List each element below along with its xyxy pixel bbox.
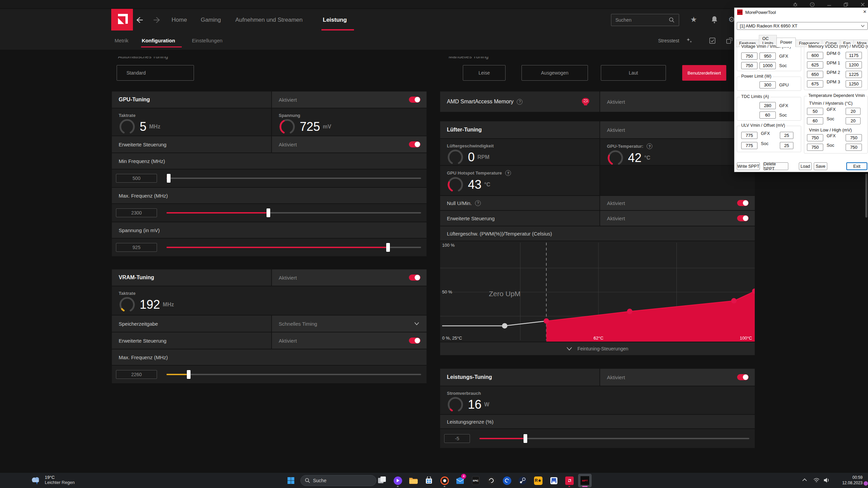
mpt-ulv-gfx-offset-input[interactable]: 25 bbox=[780, 132, 793, 139]
mpt-tdc-soc-input[interactable]: 60 bbox=[760, 111, 776, 119]
mpt-ulv-soc-vmin-input[interactable]: 775 bbox=[741, 142, 757, 149]
nav-tab-performance[interactable]: Leistung bbox=[323, 9, 347, 31]
min-frequency-slider[interactable] bbox=[166, 174, 421, 183]
power-limit-input[interactable]: -5 bbox=[444, 434, 470, 443]
mpt-vddci-dpm1-input[interactable]: 625 bbox=[807, 61, 823, 68]
mpt-mvdd-dpm1-input[interactable]: 1200 bbox=[846, 61, 862, 68]
stresstest-label[interactable]: Stresstest bbox=[658, 31, 679, 50]
restore-icon[interactable] bbox=[843, 2, 848, 7]
microsoft-store-icon[interactable] bbox=[422, 474, 436, 487]
file-explorer-icon[interactable] bbox=[407, 474, 420, 487]
preset-standard-button[interactable]: Standard bbox=[117, 65, 194, 81]
vram-max-frequency-input[interactable]: 2260 bbox=[116, 370, 157, 379]
preset-loud-button[interactable]: Laut bbox=[601, 65, 666, 81]
vram-max-frequency-slider[interactable] bbox=[166, 370, 421, 379]
close-icon[interactable] bbox=[860, 2, 865, 7]
mpt-hyst-gfx-input[interactable]: 20 bbox=[846, 108, 861, 115]
zero-rpm-help-icon[interactable]: ? bbox=[475, 200, 481, 206]
stresstest-sparkle-icon[interactable] bbox=[686, 37, 693, 44]
preset-balanced-button[interactable]: Ausgewogen bbox=[521, 65, 588, 81]
mpt-write-sppt-button[interactable]: Write SPPT bbox=[737, 162, 760, 170]
voltage-input[interactable]: 925 bbox=[116, 243, 157, 252]
nav-tab-gaming[interactable]: Gaming bbox=[201, 9, 221, 31]
tray-volume-icon[interactable] bbox=[823, 477, 830, 483]
gpu-tuning-toggle[interactable] bbox=[409, 97, 420, 103]
notification-badge[interactable] bbox=[864, 481, 868, 486]
mpt-tvmin-soc-input[interactable]: 60 bbox=[807, 117, 823, 124]
subnav-tab-settings[interactable]: Einstellungen bbox=[192, 31, 222, 50]
start-button[interactable] bbox=[284, 474, 298, 487]
checklist-icon[interactable] bbox=[709, 37, 716, 44]
sam-help-icon[interactable]: ? bbox=[517, 99, 522, 105]
gpu-temp-help-icon[interactable]: ? bbox=[647, 143, 652, 149]
voltage-slider[interactable] bbox=[166, 243, 421, 252]
forward-arrow-icon[interactable] bbox=[153, 16, 161, 24]
ubisoft-connect-icon[interactable] bbox=[485, 474, 498, 487]
browser-icon[interactable] bbox=[438, 474, 451, 487]
tray-chevron-up-icon[interactable] bbox=[802, 478, 807, 482]
mpt-tvmin-gfx-input[interactable]: 50 bbox=[807, 108, 823, 115]
weather-widget[interactable]: 19°C Leichter Regen bbox=[30, 475, 75, 486]
mail-icon[interactable]: 4 bbox=[453, 474, 467, 487]
amd-logo[interactable] bbox=[111, 9, 133, 30]
mpt-exit-button[interactable]: Exit bbox=[846, 162, 867, 170]
mpt-soc-vmax-input[interactable]: 1000 bbox=[760, 62, 776, 69]
subnav-tab-metrics[interactable]: Metrik bbox=[115, 31, 129, 50]
nav-tab-home[interactable]: Home bbox=[172, 9, 187, 31]
mpt-ulv-gfx-vmin-input[interactable]: 775 bbox=[741, 132, 757, 139]
amd-adrenalin-taskbar-icon[interactable] bbox=[563, 474, 576, 487]
vram-advanced-toggle[interactable] bbox=[409, 338, 420, 344]
gpu-advanced-toggle[interactable] bbox=[409, 141, 420, 147]
game-launcher-icon[interactable] bbox=[500, 474, 514, 487]
mpt-load-button[interactable]: Load bbox=[799, 162, 812, 170]
help-icon[interactable]: ? bbox=[810, 2, 815, 7]
mpt-ulv-soc-offset-input[interactable]: 25 bbox=[780, 142, 793, 149]
vram-tuning-toggle[interactable] bbox=[409, 274, 420, 281]
mpt-mvdd-dpm3-input[interactable]: 1250 bbox=[846, 80, 862, 87]
bug-report-icon[interactable] bbox=[793, 2, 798, 7]
mpt-titlebar[interactable]: MPT MorePowerTool ✕ bbox=[734, 8, 868, 17]
zero-rpm-toggle[interactable] bbox=[737, 200, 749, 206]
memory-timing-select[interactable]: Schnelles Timing bbox=[272, 316, 427, 332]
export-icon[interactable] bbox=[726, 37, 733, 44]
power-limit-slider[interactable] bbox=[479, 434, 749, 443]
mpt-vddci-dpm2-input[interactable]: 650 bbox=[807, 71, 823, 78]
utility-app-icon[interactable] bbox=[547, 474, 560, 487]
mpt-delete-sppt-button[interactable]: Delete SPPT bbox=[763, 162, 788, 170]
fan-advanced-toggle[interactable] bbox=[737, 215, 749, 221]
mpt-save-button[interactable]: Save bbox=[814, 162, 827, 170]
task-view-button[interactable] bbox=[375, 474, 389, 487]
fine-tuning-expander[interactable]: Feintuning-Steuerungen bbox=[440, 342, 755, 355]
mpt-gfx-vmax-input[interactable]: 950 bbox=[760, 53, 776, 60]
mpt-vmin-high-gfx-input[interactable]: 750 bbox=[846, 134, 862, 141]
clipchamp-icon[interactable] bbox=[391, 474, 405, 487]
rockstar-games-icon[interactable]: R★ bbox=[531, 474, 545, 487]
max-frequency-input[interactable]: 2300 bbox=[116, 208, 157, 217]
preset-quiet-button[interactable]: Leise bbox=[463, 65, 506, 81]
epic-games-icon[interactable]: EPIC bbox=[469, 474, 482, 487]
mpt-gpu-power-input[interactable]: 300 bbox=[760, 81, 776, 88]
minimize-icon[interactable] bbox=[827, 2, 832, 7]
notifications-bell-icon[interactable] bbox=[711, 16, 718, 24]
max-frequency-slider[interactable] bbox=[166, 208, 421, 217]
mpt-taskbar-icon[interactable]: MPT bbox=[578, 474, 592, 487]
min-frequency-input[interactable]: 500 bbox=[116, 174, 157, 183]
hotspot-help-icon[interactable]: ? bbox=[505, 170, 511, 176]
mpt-tab-power[interactable]: Power bbox=[776, 38, 796, 47]
mpt-vddci-dpm3-input[interactable]: 675 bbox=[807, 80, 823, 87]
mpt-vddci-dpm0-input[interactable]: 600 bbox=[807, 52, 823, 59]
favorites-star-icon[interactable]: ★ bbox=[690, 16, 697, 24]
mpt-tdc-gfx-input[interactable]: 280 bbox=[760, 102, 776, 109]
mpt-mvdd-dpm0-input[interactable]: 1175 bbox=[846, 52, 862, 59]
mpt-vmin-high-soc-input[interactable]: 750 bbox=[846, 144, 862, 151]
fan-curve-chart[interactable]: 100 %50 %0 %, 25°C62°C100°CZero UpM bbox=[440, 241, 755, 342]
taskbar-search[interactable]: Suche bbox=[300, 475, 376, 486]
power-tuning-toggle[interactable] bbox=[737, 374, 749, 380]
mpt-vmin-low-soc-input[interactable]: 750 bbox=[807, 144, 823, 151]
nav-tab-record-stream[interactable]: Aufnehmen und Streamen bbox=[235, 9, 302, 31]
mpt-soc-vmin-input[interactable]: 750 bbox=[741, 62, 757, 69]
mpt-gfx-vmin-input[interactable]: 750 bbox=[741, 53, 757, 60]
preset-custom-button[interactable]: Benutzerdefiniert bbox=[682, 65, 726, 81]
tray-network-icon[interactable] bbox=[813, 477, 820, 483]
back-arrow-icon[interactable] bbox=[136, 16, 144, 24]
